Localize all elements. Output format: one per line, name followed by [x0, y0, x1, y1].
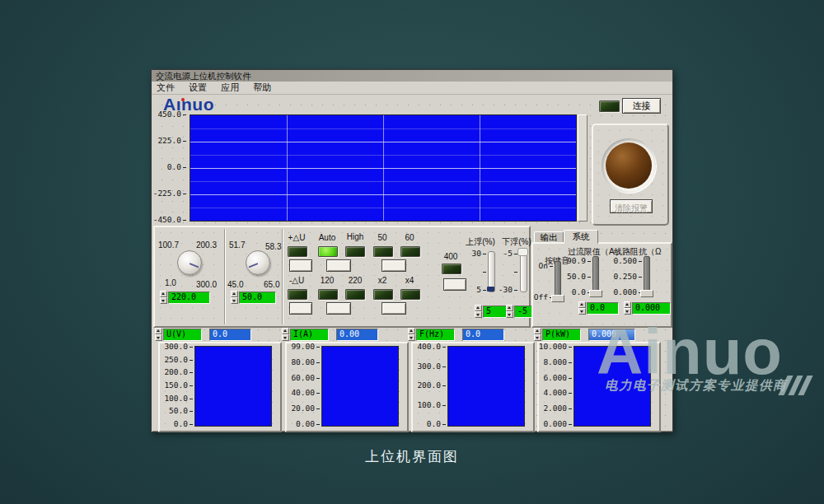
v120-v220-toggle-button[interactable]: [326, 302, 351, 315]
overcurrent-display[interactable]: 0.0: [587, 302, 619, 315]
overcurrent-scale: 90.950.00.0: [566, 257, 591, 296]
x2-x4-toggle-button[interactable]: [382, 302, 406, 315]
frequency-knob[interactable]: [246, 250, 270, 275]
meter-power-spinner[interactable]: [534, 328, 541, 340]
meter-power-chart-frame: 10.0008.0006.0004.0002.0000.000: [537, 342, 661, 432]
overcurrent-spinner[interactable]: [578, 301, 586, 314]
impedance-scale: 0.5000.2500.000: [614, 257, 642, 296]
float-down-spinner[interactable]: [506, 305, 513, 317]
axis-tick-label: 40.00: [291, 389, 320, 397]
meter-group-power: P(kW) 0.000 10.0008.0006.0004.0002.0000.…: [534, 327, 658, 429]
v220-led: [345, 289, 365, 300]
connect-status-led: [599, 100, 620, 112]
axis-tick-label: 250.0: [164, 356, 193, 364]
menu-apply[interactable]: 应用: [221, 82, 239, 92]
x2-led: [373, 289, 393, 300]
meter-frequency-spinner[interactable]: [408, 328, 415, 340]
meter-power-label[interactable]: P(kW): [542, 329, 581, 341]
axis-tick-label: 8.000: [543, 358, 572, 366]
control-panel: 100.7 200.3 1.0 300.0 220.0 51.7 58.3 45…: [153, 226, 531, 328]
auto-high-toggle-button[interactable]: [326, 259, 351, 272]
du-plus-led: [288, 246, 307, 257]
axis-tick-label: 300.0: [417, 362, 446, 371]
axis-tick-label: -450.0: [153, 216, 186, 224]
auto-label: Auto: [315, 233, 339, 242]
axis-tick-label: 50.0: [567, 273, 591, 281]
menu-help[interactable]: 帮助: [253, 82, 271, 92]
high-label: High: [343, 232, 368, 241]
voltage-knob-max-label: 300.0: [196, 280, 217, 289]
connect-button[interactable]: 连接: [622, 98, 661, 114]
axis-tick-label: 100.0: [164, 394, 193, 403]
meter-current-y-axis: 99.0080.0060.0040.0020.000.00: [287, 343, 320, 428]
axis-tick-label: 80.00: [291, 358, 320, 366]
axis-tick-label: -225.0: [153, 189, 186, 198]
axis-tick-label: 60.00: [291, 374, 320, 382]
float-up-spinner[interactable]: [475, 305, 482, 317]
axis-tick-label: 0.0: [167, 163, 186, 171]
f60-label: 60: [397, 233, 422, 242]
v220-label: 220: [343, 276, 368, 285]
meter-frequency-plot: [447, 346, 525, 427]
axis-tick-label: 0.000: [543, 420, 572, 428]
voltage-knob-max2-label: 200.3: [196, 240, 217, 250]
f50-label: 50: [370, 233, 395, 242]
v120-label: 120: [315, 276, 339, 285]
meter-current-value: 0.00: [336, 329, 378, 341]
float-down-slider[interactable]: [520, 251, 527, 292]
voltage-spinner[interactable]: [160, 291, 167, 303]
meter-current-plot: [321, 346, 399, 427]
f60-led: [400, 246, 420, 257]
du-minus-label: -△U: [284, 276, 309, 285]
axis-tick-label: 450.0: [157, 110, 186, 119]
impedance-thumb[interactable]: [640, 290, 653, 297]
meter-current-label[interactable]: I(A): [290, 329, 329, 341]
title-bar[interactable]: 交流电源上位机控制软件: [152, 70, 672, 82]
freq-knob-max2-label: 58.3: [265, 242, 281, 251]
meter-current-spinner[interactable]: [282, 328, 289, 340]
clear-alarm-button[interactable]: 清除报警: [610, 199, 653, 213]
v400-button[interactable]: [443, 278, 466, 291]
voltage-setpoint-display[interactable]: 220.0: [168, 292, 210, 304]
voltage-knob[interactable]: [177, 250, 202, 275]
v120-led: [318, 289, 338, 300]
menu-settings[interactable]: 设置: [189, 82, 207, 92]
float-down-thumb[interactable]: [517, 248, 528, 256]
impedance-display[interactable]: 0.000: [632, 302, 671, 315]
graph-scrollbar[interactable]: [578, 114, 588, 222]
meter-voltage-y-axis: 300.0250.0200.0150.0100.050.00.0: [160, 343, 193, 428]
frequency-setpoint-display[interactable]: 50.0: [239, 292, 276, 304]
meter-frequency-value: 0.0: [462, 329, 504, 341]
meter-frequency-label[interactable]: F(Hz): [416, 329, 455, 341]
main-graph-y-axis: 450.0225.00.0-225.0-450.0: [152, 110, 186, 224]
meter-voltage-spinner[interactable]: [155, 328, 162, 340]
axis-tick-label: 90.9: [567, 257, 591, 265]
overcurrent-thumb[interactable]: [589, 290, 602, 297]
f50-f60-toggle-button[interactable]: [382, 259, 406, 272]
voltage-knob-min2-label: 100.7: [158, 240, 179, 250]
axis-tick-label: 0.250: [613, 273, 642, 281]
frequency-spinner[interactable]: [231, 291, 238, 303]
menu-file[interactable]: 文件: [157, 82, 175, 92]
main-waveform-graph: [190, 114, 577, 222]
float-up-scale: 305: [466, 250, 486, 294]
du-plus-button[interactable]: [289, 259, 312, 272]
divider: [282, 229, 283, 324]
meter-voltage-label[interactable]: U(V): [163, 329, 202, 341]
tab-system[interactable]: 系统: [564, 230, 598, 244]
beep-thumb[interactable]: [551, 295, 564, 302]
axis-tick-label: 225.0: [157, 137, 186, 145]
axis-tick-label: -30: [499, 286, 517, 294]
image-caption: 上位机界面图: [0, 447, 824, 466]
du-minus-button[interactable]: [289, 302, 312, 315]
voltage-knob-min-label: 1.0: [165, 278, 176, 287]
impedance-spinner[interactable]: [624, 301, 631, 314]
x2-label: x2: [370, 276, 395, 285]
float-up-thumb[interactable]: [487, 287, 494, 292]
voltage-knob-pointer: [190, 263, 199, 268]
axis-tick-label: 4.000: [543, 389, 572, 397]
f50-led: [373, 246, 393, 257]
x4-label: x4: [397, 276, 422, 285]
axis-tick-label: 150.0: [164, 381, 193, 390]
high-led: [345, 246, 365, 257]
